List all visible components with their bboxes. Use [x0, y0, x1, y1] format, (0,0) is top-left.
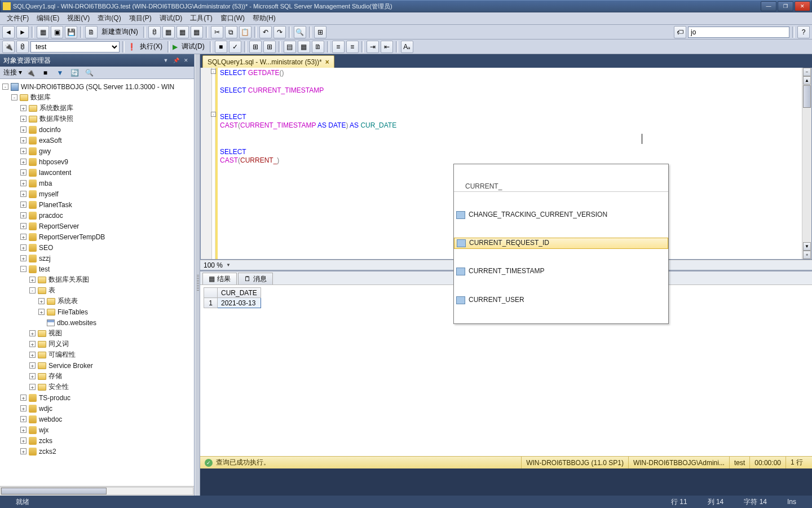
db-subfolder[interactable]: +Service Broker — [0, 360, 194, 371]
editor-tab-active[interactable]: SQLQuery1.sql - W...ministrator (53))* × — [202, 55, 334, 68]
code-content[interactable]: SELECT GETDATE() SELECT CURRENT_TIMESTAM… — [218, 68, 802, 259]
outdent-icon[interactable]: ⇤ — [381, 41, 393, 53]
undo-icon[interactable]: ↶ — [259, 26, 272, 38]
results-text-icon[interactable]: ▤ — [284, 41, 296, 53]
parse-icon[interactable]: ✓ — [229, 41, 241, 53]
include-stats-icon[interactable]: ⊞ — [263, 41, 276, 53]
db-subfolder[interactable]: +同义词 — [0, 339, 194, 349]
menu-file[interactable]: 文件(F) — [3, 12, 32, 24]
available-db-icon[interactable]: 🛢 — [16, 41, 29, 53]
tree-h-scrollbar[interactable] — [0, 486, 194, 496]
intellisense-item[interactable]: CURRENT_USER — [454, 295, 668, 306]
tab-close-icon[interactable]: × — [325, 58, 329, 66]
comment-icon[interactable]: ≡ — [332, 41, 345, 53]
db-subfolder[interactable]: +视图 — [0, 328, 194, 339]
minimize-button[interactable]: — — [761, 1, 776, 11]
back-button[interactable]: ◄ — [2, 26, 15, 38]
close-button[interactable]: ✕ — [795, 1, 810, 11]
search-tree-icon[interactable]: 🔍 — [83, 67, 95, 79]
specify-values-icon[interactable]: Aₐ — [401, 41, 413, 53]
db-diagram-folder[interactable]: +数据库关系图 — [0, 274, 194, 285]
database-node[interactable]: +lawcontent — [0, 167, 194, 178]
database-node[interactable]: +hbposev9 — [0, 156, 194, 167]
databases-folder[interactable]: -数据库 — [0, 92, 194, 103]
menu-window[interactable]: 窗口(W) — [217, 12, 248, 24]
dmx-query-icon[interactable]: ▦ — [191, 26, 203, 38]
database-node[interactable]: +zcks2 — [0, 446, 194, 457]
change-connection-icon[interactable]: 🔌 — [2, 41, 15, 53]
mdx-query-icon[interactable]: ▦ — [176, 26, 189, 38]
sql-editor[interactable]: - - SELECT GETDATE() SELECT CURRENT_TIME… — [200, 68, 812, 260]
disconnect-icon[interactable]: 🔌 — [24, 67, 37, 79]
results-grid-icon[interactable]: ▦ — [298, 41, 310, 53]
tables-folder[interactable]: -表 — [0, 285, 194, 296]
object-tree[interactable]: -WIN-DROI6TBBOJG (SQL Server 11.0.3000 -… — [0, 79, 194, 486]
database-node[interactable]: +gwy — [0, 146, 194, 156]
database-node[interactable]: +ReportServer — [0, 221, 194, 231]
zoom-level[interactable]: 100 % — [204, 261, 223, 269]
system-folder[interactable]: +数据库快照 — [0, 113, 194, 124]
db-engine-query-icon[interactable]: 🛢 — [148, 26, 161, 38]
menu-tools[interactable]: 工具(T) — [187, 12, 215, 24]
panel-close-icon[interactable]: ✕ — [182, 56, 191, 64]
db-subfolder[interactable]: +安全性 — [0, 382, 194, 392]
forward-button[interactable]: ► — [16, 26, 29, 38]
table-subfolder[interactable]: +系统表 — [0, 296, 194, 306]
database-node[interactable]: +webdoc — [0, 414, 194, 424]
database-node[interactable]: +TS-produc — [0, 392, 194, 403]
debug-label[interactable]: 调试(D) — [179, 42, 207, 51]
intellisense-item[interactable]: CHANGE_TRACKING_CURRENT_VERSION — [454, 209, 668, 221]
redo-icon[interactable]: ↷ — [273, 26, 286, 38]
refresh-icon[interactable]: 🔄 — [68, 67, 81, 79]
server-node[interactable]: -WIN-DROI6TBBOJG (SQL Server 11.0.3000 -… — [0, 81, 194, 92]
column-header[interactable]: CUR_DATE — [218, 288, 261, 298]
copy-icon[interactable]: ⧉ — [225, 26, 237, 38]
tab-results[interactable]: ▦结果 — [202, 273, 237, 284]
tab-messages[interactable]: 🗒消息 — [238, 273, 273, 284]
db-subfolder[interactable]: +存储 — [0, 371, 194, 382]
editor-v-scrollbar[interactable]: − ▲ ▼ + — [802, 68, 811, 259]
database-node[interactable]: +szzj — [0, 253, 194, 264]
execute-label[interactable]: 执行(X) — [138, 42, 165, 51]
intellisense-item-selected[interactable]: CURRENT_REQUEST_ID — [454, 238, 668, 249]
database-selector[interactable]: test — [30, 41, 120, 52]
menu-project[interactable]: 项目(P) — [126, 12, 155, 24]
database-node[interactable]: +docinfo — [0, 124, 194, 135]
intellisense-item[interactable]: CURRENT_TIMESTAMP — [454, 266, 668, 277]
database-node[interactable]: +wjx — [0, 424, 194, 435]
filter-icon[interactable]: ▼ — [54, 67, 66, 79]
help-icon[interactable]: ? — [797, 26, 810, 38]
stop-icon[interactable]: ■ — [39, 67, 51, 79]
cell-value[interactable]: 2021-03-13 — [218, 298, 261, 308]
paste-icon[interactable]: 📋 — [239, 26, 251, 38]
open-button[interactable]: ▣ — [51, 26, 63, 38]
find-icon[interactable]: 🔍 — [294, 26, 306, 38]
database-node[interactable]: +PlanetTask — [0, 199, 194, 210]
new-query-label[interactable]: 新建查询(N) — [99, 27, 140, 37]
database-node[interactable]: +myself — [0, 189, 194, 199]
panel-dropdown-icon[interactable]: ▼ — [161, 56, 170, 64]
table-node[interactable]: dbo.websites — [0, 317, 194, 328]
new-query-icon[interactable]: 🗎 — [85, 26, 98, 38]
connect-dropdown[interactable]: 连接 ▾ — [3, 68, 22, 77]
cut-icon[interactable]: ✂ — [211, 26, 223, 38]
menu-debug[interactable]: 调试(D) — [156, 12, 186, 24]
maximize-button[interactable]: ❐ — [778, 1, 793, 11]
database-node[interactable]: +pracdoc — [0, 210, 194, 221]
database-node[interactable]: +exaSoft — [0, 135, 194, 146]
menu-help[interactable]: 帮助(H) — [249, 12, 279, 24]
cancel-query-icon[interactable]: ■ — [215, 41, 227, 53]
table-subfolder[interactable]: +FileTables — [0, 306, 194, 317]
db-subfolder[interactable]: +可编程性 — [0, 349, 194, 360]
database-node[interactable]: -test — [0, 264, 194, 274]
quick-launch-input[interactable] — [688, 27, 789, 38]
database-node[interactable]: +zcks — [0, 435, 194, 446]
new-project-button[interactable]: ▦ — [37, 26, 49, 38]
database-node[interactable]: +ReportServerTempDB — [0, 231, 194, 242]
panel-splitter[interactable] — [195, 54, 200, 496]
save-button[interactable]: 💾 — [65, 26, 77, 38]
database-node[interactable]: +mba — [0, 178, 194, 189]
table-row[interactable]: 12021-03-13 — [204, 298, 261, 308]
analysis-query-icon[interactable]: ▦ — [162, 26, 175, 38]
panel-pin-icon[interactable]: 📌 — [171, 56, 180, 64]
